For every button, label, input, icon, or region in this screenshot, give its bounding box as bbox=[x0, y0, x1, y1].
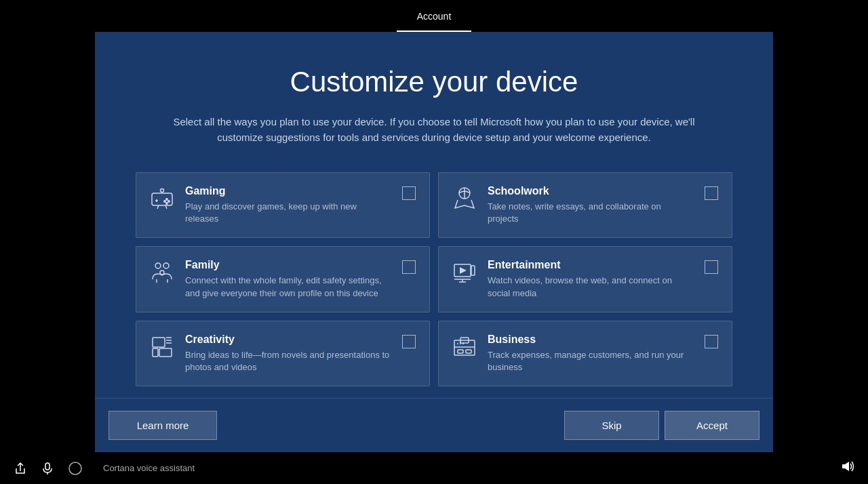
card-schoolwork-desc: Take notes, write essays, and collaborat… bbox=[488, 201, 694, 225]
business-icon bbox=[452, 335, 477, 359]
family-icon bbox=[150, 260, 174, 285]
card-business-checkbox[interactable] bbox=[705, 335, 718, 348]
card-schoolwork[interactable]: Schoolwork Take notes, write essays, and… bbox=[438, 172, 732, 238]
card-gaming-desc: Play and discover games, keep up with ne… bbox=[185, 201, 391, 225]
skip-button[interactable]: Skip bbox=[564, 411, 659, 440]
card-family-checkbox[interactable] bbox=[402, 260, 416, 274]
card-business-desc: Track expenses, manage customers, and ru… bbox=[488, 349, 694, 374]
card-schoolwork-text: Schoolwork Take notes, write essays, and… bbox=[488, 185, 694, 225]
cortana-label: Cortana voice assistant bbox=[103, 463, 195, 473]
page-subtitle: Select all the ways you plan to use your… bbox=[163, 115, 705, 145]
card-creativity-text: Creativity Bring ideas to life—from nove… bbox=[185, 334, 391, 374]
card-entertainment-desc: Watch videos, browse the web, and connec… bbox=[488, 275, 694, 299]
svg-marker-38 bbox=[842, 462, 849, 471]
gaming-icon bbox=[150, 186, 174, 211]
card-gaming-title: Gaming bbox=[185, 185, 391, 197]
svg-rect-21 bbox=[153, 338, 165, 347]
card-schoolwork-checkbox[interactable] bbox=[705, 186, 718, 200]
card-entertainment-checkbox[interactable] bbox=[705, 260, 718, 274]
cortana-circle-icon[interactable] bbox=[68, 461, 83, 476]
entertainment-icon bbox=[452, 260, 477, 285]
card-creativity-checkbox[interactable] bbox=[402, 335, 416, 348]
svg-point-3 bbox=[166, 199, 167, 200]
svg-point-9 bbox=[161, 189, 164, 193]
card-entertainment[interactable]: Entertainment Watch videos, browse the w… bbox=[438, 246, 732, 312]
svg-point-4 bbox=[168, 201, 170, 202]
svg-rect-0 bbox=[152, 193, 172, 205]
card-gaming-checkbox[interactable] bbox=[402, 186, 416, 200]
card-family-text: Family Connect with the whole family, ed… bbox=[185, 259, 391, 299]
card-entertainment-title: Entertainment bbox=[488, 259, 694, 271]
svg-rect-31 bbox=[466, 350, 471, 353]
card-gaming[interactable]: Gaming Play and discover games, keep up … bbox=[136, 172, 430, 238]
tab-account[interactable]: Account bbox=[397, 0, 472, 32]
card-family[interactable]: Family Connect with the whole family, ed… bbox=[136, 246, 430, 312]
card-family-desc: Connect with the whole family, edit safe… bbox=[185, 275, 391, 299]
svg-marker-16 bbox=[460, 267, 467, 274]
top-bar-tabs: Account bbox=[397, 0, 472, 32]
volume-icon[interactable] bbox=[840, 459, 854, 477]
creativity-icon bbox=[150, 335, 174, 359]
card-schoolwork-title: Schoolwork bbox=[488, 185, 694, 197]
page-title: Customize your device bbox=[290, 66, 578, 98]
card-family-title: Family bbox=[185, 259, 391, 271]
card-entertainment-text: Entertainment Watch videos, browse the w… bbox=[488, 259, 694, 299]
card-gaming-text: Gaming Play and discover games, keep up … bbox=[185, 185, 391, 225]
svg-point-5 bbox=[164, 201, 165, 202]
svg-point-13 bbox=[163, 263, 169, 268]
card-business-title: Business bbox=[488, 334, 694, 346]
top-bar: Account bbox=[0, 0, 868, 32]
learn-more-button[interactable]: Learn more bbox=[108, 411, 217, 440]
svg-rect-17 bbox=[471, 266, 475, 275]
card-business[interactable]: Business Track expenses, manage customer… bbox=[438, 321, 732, 386]
taskbar: Cortana voice assistant bbox=[0, 452, 868, 484]
share-icon[interactable] bbox=[14, 462, 27, 475]
bottom-panel: Learn more Skip Accept bbox=[95, 398, 773, 452]
svg-point-12 bbox=[155, 263, 161, 268]
schoolwork-icon bbox=[452, 186, 477, 211]
action-buttons: Skip Accept bbox=[564, 411, 760, 440]
card-creativity-desc: Bring ideas to life—from novels and pres… bbox=[185, 349, 391, 374]
svg-rect-22 bbox=[153, 348, 158, 357]
microphone-icon[interactable] bbox=[41, 462, 54, 475]
svg-point-6 bbox=[166, 203, 167, 204]
svg-rect-35 bbox=[45, 463, 50, 470]
cards-grid: Gaming Play and discover games, keep up … bbox=[136, 172, 732, 386]
svg-rect-23 bbox=[159, 348, 172, 357]
svg-rect-30 bbox=[458, 350, 463, 353]
main-panel: Customize your device Select all the way… bbox=[95, 32, 773, 452]
accept-button[interactable]: Accept bbox=[665, 411, 760, 440]
svg-point-37 bbox=[69, 462, 81, 475]
card-creativity[interactable]: Creativity Bring ideas to life—from nove… bbox=[136, 321, 430, 386]
card-business-text: Business Track expenses, manage customer… bbox=[488, 334, 694, 374]
card-creativity-title: Creativity bbox=[185, 334, 391, 346]
